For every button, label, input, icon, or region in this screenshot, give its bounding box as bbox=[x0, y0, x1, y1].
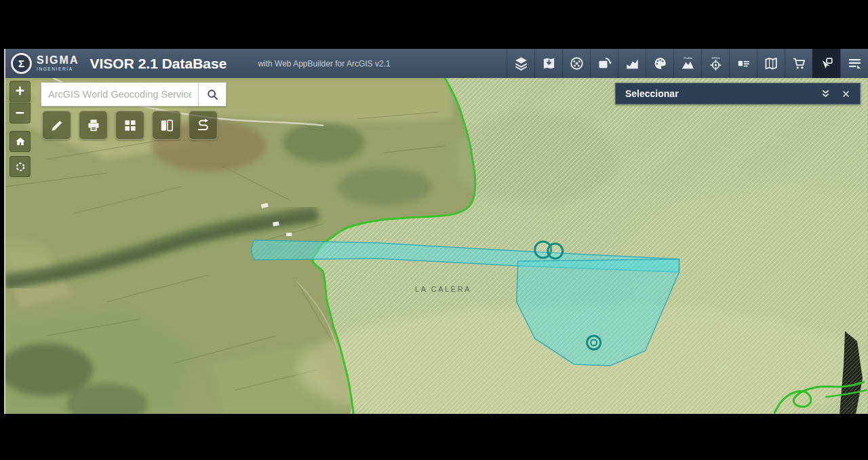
legend-icon bbox=[736, 56, 751, 71]
panel-title: Seleccionar bbox=[616, 88, 815, 99]
menu-icon bbox=[847, 56, 863, 71]
add-data-icon bbox=[541, 56, 557, 71]
panel-collapse-button[interactable] bbox=[815, 89, 835, 99]
layers-icon bbox=[513, 56, 529, 71]
feature-circle bbox=[548, 244, 563, 258]
sigma-glyph: Σ bbox=[13, 55, 30, 72]
toolbar-elevation-profile-button[interactable]: Profile bbox=[673, 49, 701, 78]
swipe-icon bbox=[597, 56, 612, 71]
epsg-icon: EPSG bbox=[708, 56, 724, 71]
toolbar-chart-button[interactable] bbox=[618, 49, 646, 78]
grid-icon bbox=[122, 117, 138, 134]
route-icon bbox=[195, 117, 212, 134]
search-input[interactable] bbox=[41, 83, 198, 106]
feature-circle bbox=[587, 336, 601, 349]
printer-icon bbox=[85, 117, 102, 134]
compare-icon bbox=[159, 117, 175, 134]
chart-icon bbox=[625, 56, 640, 71]
home-icon bbox=[14, 135, 27, 149]
toolbar-swipe-3d-button[interactable] bbox=[590, 49, 618, 78]
letterboxed-stage: Σ SIGMA INGENIERÍA VISOR 2.1 DataBase wi… bbox=[0, 0, 868, 460]
map-tools-row bbox=[42, 111, 218, 140]
magnifier-icon bbox=[205, 88, 220, 102]
svg-text:Profile: Profile bbox=[684, 56, 692, 60]
header-toolbar: ProfileEPSG bbox=[507, 49, 868, 78]
toolbar-globe-button[interactable] bbox=[562, 49, 590, 78]
toolbar-more-tools-button[interactable] bbox=[840, 49, 868, 78]
panel-close-button[interactable] bbox=[835, 89, 856, 99]
toolbar-select-button[interactable] bbox=[812, 49, 840, 78]
select-icon bbox=[819, 56, 835, 71]
toolbar-legend-button[interactable] bbox=[729, 49, 757, 78]
swipe-compare-button[interactable] bbox=[152, 111, 181, 140]
route-button[interactable] bbox=[189, 111, 218, 140]
locate-icon bbox=[14, 160, 27, 174]
place-label: LA CALERA bbox=[415, 285, 471, 293]
toolbar-layers-button[interactable] bbox=[507, 49, 534, 78]
globe-icon bbox=[569, 56, 585, 71]
brand-logo: Σ SIGMA INGENIERÍA bbox=[5, 53, 79, 74]
zoom-out-button[interactable]: − bbox=[9, 102, 31, 123]
brand-name: SIGMA bbox=[37, 55, 79, 66]
brand-subname: INGENIERÍA bbox=[37, 67, 79, 72]
home-button[interactable] bbox=[9, 131, 31, 152]
toolbar-cart-button[interactable] bbox=[785, 49, 812, 78]
measure-button[interactable] bbox=[42, 111, 71, 140]
search-button[interactable] bbox=[198, 83, 226, 106]
page-subtitle: with Web AppBuilder for ArcGIS v2.1 bbox=[258, 59, 390, 69]
basemap-grid-button[interactable] bbox=[115, 111, 144, 140]
page-title: VISOR 2.1 DataBase bbox=[90, 56, 226, 72]
locate-button[interactable] bbox=[9, 156, 31, 177]
toolbar-basemap-button[interactable] bbox=[757, 49, 785, 78]
app-header: Σ SIGMA INGENIERÍA VISOR 2.1 DataBase wi… bbox=[5, 49, 868, 78]
pencil-icon bbox=[49, 117, 65, 134]
cart-icon bbox=[791, 56, 807, 71]
close-icon bbox=[841, 89, 851, 99]
zoom-in-button[interactable]: + bbox=[9, 81, 31, 102]
gis-application: Σ SIGMA INGENIERÍA VISOR 2.1 DataBase wi… bbox=[4, 49, 868, 414]
svg-text:EPSG: EPSG bbox=[711, 56, 720, 60]
geocode-search bbox=[41, 82, 226, 107]
double-chevron-down-icon bbox=[821, 89, 831, 99]
toolbar-coordinates-epsg-button[interactable]: EPSG bbox=[701, 49, 729, 78]
print-button[interactable] bbox=[79, 111, 108, 140]
profile-icon: Profile bbox=[680, 56, 696, 71]
toolbar-draw-button[interactable] bbox=[646, 49, 673, 78]
toolbar-add-data-button[interactable] bbox=[534, 49, 562, 78]
seleccionar-panel: Seleccionar bbox=[615, 83, 861, 104]
map-viewport[interactable]: LA CALERA + − bbox=[5, 78, 868, 414]
basemap-icon bbox=[764, 56, 779, 71]
draw-icon bbox=[652, 56, 668, 71]
sigma-logo-icon: Σ bbox=[11, 53, 32, 74]
